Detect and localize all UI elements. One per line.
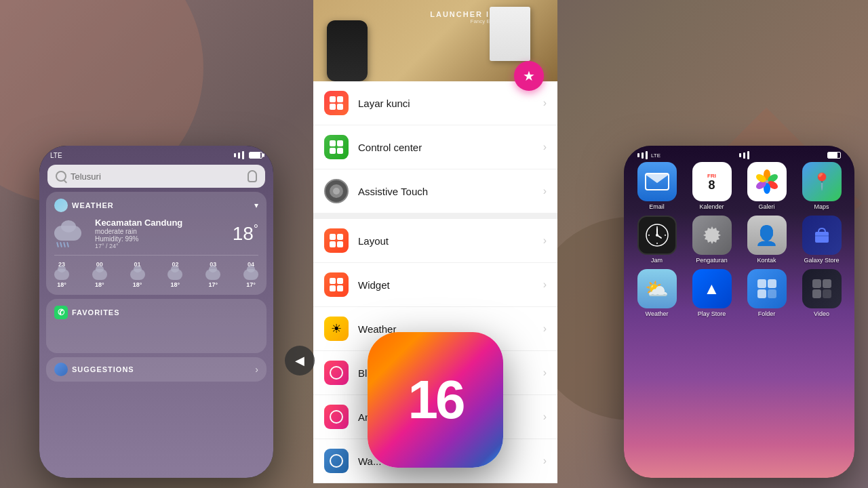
grid-cell: [330, 96, 336, 102]
back-arrow-icon: ◀: [295, 353, 304, 368]
weather-main: Kecamatan Candung moderate rain Humidity…: [54, 218, 258, 249]
signal-bar-2: [747, 151, 749, 159]
grid-cell: [330, 104, 336, 110]
grid-cell: [337, 96, 343, 102]
folder-cell: [768, 279, 776, 288]
contacts-app-label: Kontak: [757, 257, 776, 264]
settings-app-icon: [692, 216, 732, 255]
weather-info: Kecamatan Candung moderate rain Humidity…: [95, 218, 226, 249]
grid-cell: [337, 104, 343, 110]
play-store-app-icon: ▲: [692, 269, 732, 308]
hour-temp: 18°: [133, 281, 142, 288]
weather-header: WEATHER ▾: [54, 199, 258, 212]
rain-lines: [57, 242, 68, 247]
app-galaxy-store[interactable]: Galaxy Store: [797, 216, 846, 264]
wa-circle-icon: [330, 454, 343, 468]
app-email[interactable]: Email: [632, 162, 682, 210]
temp-degree-symbol: °: [254, 222, 258, 236]
signal-bar: [642, 152, 644, 159]
whatsapp-symbol: ✆: [58, 308, 64, 317]
folder-app-icon: [747, 269, 787, 308]
app-contacts[interactable]: 👤 Kontak: [742, 216, 791, 264]
wallpaper-icon: [324, 449, 349, 473]
galaxy-store-bag-icon: [812, 225, 832, 245]
menu-item-assistive-touch[interactable]: Assistive Touch ›: [313, 169, 557, 214]
app-video[interactable]: Video: [797, 269, 846, 317]
menu-item-layout[interactable]: Layout ›: [313, 219, 557, 263]
grid-cell: [330, 285, 336, 291]
play-store-app-label: Play Store: [698, 310, 726, 317]
whatsapp-icon: ✆: [54, 306, 68, 319]
suggestions-widget: SUGGESTIONS ›: [46, 357, 267, 382]
signal-bar-2: [238, 152, 240, 159]
svg-point-10: [656, 234, 658, 237]
app-grid-row3: ⛅ Weather ▲ Play Store: [624, 269, 854, 317]
favorites-header: ✆ FAVORITES: [54, 306, 258, 319]
grid-icon: [330, 278, 343, 291]
suggestions-title: SUGGESTIONS: [72, 365, 134, 373]
center-panel: LAUNCHER IOS Fancy Edition ★ Layar kunci…: [313, 0, 557, 488]
signal-bar-2: [743, 152, 745, 159]
ios16-number: 16: [408, 369, 463, 431]
envelope-flap: [645, 174, 669, 183]
current-temperature: 18°: [233, 222, 258, 245]
chevron-down-icon[interactable]: ▾: [254, 201, 258, 210]
hour-item-23: 23 18°: [54, 261, 69, 288]
suggestions-left: SUGGESTIONS: [54, 363, 134, 376]
grid-icon: [330, 234, 343, 247]
search-input[interactable]: Telusuri: [71, 171, 243, 182]
menu-chevron-icon: ›: [543, 367, 547, 379]
calendar-date: 8: [708, 179, 715, 191]
cloud-rain-icon: [54, 220, 88, 247]
signal-text: LTE: [50, 152, 62, 159]
folder-app-label: Folder: [758, 310, 776, 317]
weather-title: WEATHER: [72, 201, 114, 209]
settings-app-label: Pengaturan: [696, 257, 728, 264]
rain-line-2: [60, 241, 62, 247]
grid-cell: [337, 278, 343, 284]
rp-battery: [827, 152, 841, 159]
app-play-store[interactable]: ▲ Play Store: [687, 269, 736, 317]
app-maps[interactable]: 📍 Maps: [797, 162, 846, 210]
search-bar[interactable]: Telusuri: [47, 165, 265, 188]
grid-cell: [330, 241, 336, 247]
star-badge[interactable]: ★: [514, 61, 544, 91]
hour-cloud-icon: [130, 269, 145, 280]
menu-item-control-center[interactable]: Control center ›: [313, 125, 557, 169]
favorites-title: FAVORITES: [72, 308, 120, 317]
app-weather[interactable]: ⛅ Weather: [632, 269, 682, 317]
settings-gear: [702, 225, 722, 245]
suggestions-chevron-icon[interactable]: ›: [255, 364, 258, 375]
back-button[interactable]: ◀: [285, 346, 315, 375]
app-clock[interactable]: Jam: [632, 216, 682, 264]
video-app-label: Video: [814, 310, 829, 317]
signal-bar-1: [234, 153, 236, 157]
email-app-icon: [637, 162, 677, 201]
calendar-app-icon: FRI 8: [692, 162, 732, 201]
maps-app-icon: 📍: [802, 162, 842, 201]
rain-line-4: [66, 241, 69, 247]
rp-battery-fill: [828, 152, 837, 158]
assistive-touch-label: Assistive Touch: [358, 186, 543, 197]
app-calendar[interactable]: FRI 8 Kalender: [687, 162, 736, 210]
sun-icon: ☀: [331, 321, 342, 336]
layout-icon: [324, 228, 349, 253]
email-app-label: Email: [649, 203, 665, 210]
hour-cloud-icon: [243, 269, 258, 280]
hour-cloud-icon: [92, 269, 107, 280]
signal-bar-3: [242, 151, 244, 159]
menu-item-widget[interactable]: Widget ›: [313, 263, 557, 307]
app-folder[interactable]: Folder: [742, 269, 791, 317]
menu-chevron-icon: ›: [543, 323, 547, 335]
blur-circle-icon: [330, 366, 343, 380]
hour-item-03: 03 17°: [205, 261, 220, 288]
video-cell: [823, 289, 831, 298]
app-settings[interactable]: Pengaturan: [687, 216, 736, 264]
left-phone-statusbar: LTE: [39, 146, 273, 162]
blur-icon: [324, 361, 349, 385]
grid-cell: [337, 140, 343, 146]
app-photos[interactable]: Galeri: [742, 162, 791, 210]
folder-cell: [757, 279, 766, 288]
appstore-icon-symbol: ▲: [704, 279, 720, 298]
folder-cell: [768, 289, 776, 298]
